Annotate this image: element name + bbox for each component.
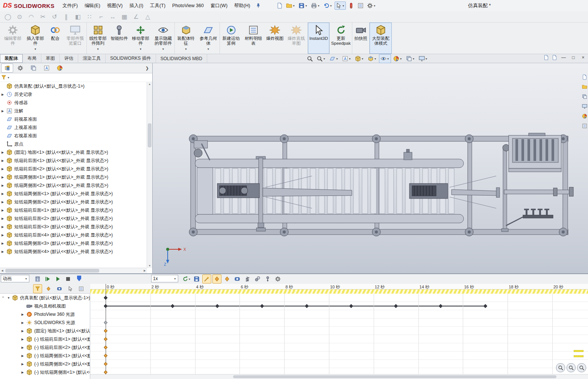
expand-caret-icon[interactable]: ▶ [21,329,26,333]
tab-displaymanager[interactable] [54,64,66,73]
zoom-fit-button[interactable] [305,54,314,63]
timeline-keyframe[interactable] [104,346,108,349]
menu-item[interactable]: PhotoView 360 [169,0,207,11]
motion-tree-item[interactable]: ▶ (固定) 地面<1> (默认<<默认>_外观 显示状态>) [0,327,90,335]
insert-components-button[interactable]: 插入零部件 ▼ [24,23,47,54]
tab-solidworks-addins[interactable]: SOLIDWORKS 插件 [106,54,156,63]
tree-item[interactable]: ▶ 历史记录 [0,90,147,99]
angle-dimension-icon[interactable]: ∠ [132,13,140,20]
large-assembly-mode-button[interactable]: 大型装配体模式 [369,23,392,54]
timeline-keyframe[interactable] [439,304,443,308]
tree-item[interactable]: ▶ (固定) 地面<1> (默认<<默认>_外观 显示状态>) [0,148,147,156]
tab-featuremanager[interactable] [1,64,13,73]
tree-item[interactable]: ▶ 短纸箱两侧面<3> (默认<<默认>_外观 显示状态>) [0,239,147,247]
playback-mode-button[interactable]: ▼ [182,274,191,283]
calculate-button[interactable] [33,274,42,283]
zoom-fit-button[interactable] [577,363,586,372]
menu-item[interactable]: 帮助(H) [231,0,253,11]
dropdown-arrow-icon[interactable]: ▼ [7,76,10,79]
menu-item[interactable]: 视图(V) [104,0,126,11]
expand-caret-icon[interactable]: ▶ [2,209,6,212]
play-button[interactable] [53,274,62,283]
linear-sketch-pattern-icon[interactable]: ∷ [85,13,94,20]
collapse-chevron-icon[interactable]: ^ [2,296,7,300]
tree-horizontal-scrollbar[interactable]: ◀ ▶ [0,268,147,273]
palette-icon[interactable] [582,104,587,109]
expand-caret-icon[interactable]: ▶ [21,371,26,374]
timeline-keyframe[interactable] [483,304,487,308]
minimize-window-button[interactable]: — [560,55,567,60]
motion-tree-item[interactable]: ^ ▼ 仿真装配 (默认<默认_显示状态-1>) [0,294,90,302]
command-list-button[interactable] [356,2,365,10]
move-component-button[interactable]: 移动零部件 ▼ [129,23,152,54]
tab-dimxpertmanager[interactable] [41,64,53,73]
play-from-start-button[interactable] [43,274,52,283]
properties-icon[interactable] [582,123,587,129]
zoom-in-button[interactable] [567,363,576,372]
expand-caret-icon[interactable]: ▶ [2,151,6,154]
timeline-keyframe[interactable] [104,304,108,308]
xpress-products-button[interactable] [347,2,355,10]
exploded-view-button[interactable]: 爆炸视图 [265,23,285,54]
expand-caret-icon[interactable]: ▶ [2,109,6,113]
save-animation-button[interactable] [192,274,201,283]
tab-layout[interactable]: 布局 [23,54,41,63]
tree-item[interactable]: ▶ 短纸箱两侧面<2> (默认<<默认>_外观 显示状态>) [0,198,147,206]
tree-item[interactable]: ▶ 短纸箱两侧面<1> (默认<<默认>_外观 显示状态>) [0,190,147,198]
motion-tree-item[interactable]: ▶ (-) 纸箱两侧面<1> (默认<<默认>_外观 显示状态>) [0,352,90,360]
offset-entities-icon[interactable]: ∥ [62,13,70,20]
panel-expand-chevron-icon[interactable]: ❯ [143,66,151,71]
feature-tree-root[interactable]: 仿真装配 (默认<默认_显示状态-1>) [0,82,147,90]
playhead-line[interactable] [106,284,106,294]
expand-caret-icon[interactable]: ▶ [2,167,6,171]
tree-item[interactable]: 前视基准面 [0,115,147,123]
expand-caret-icon[interactable]: ▶ [21,313,26,316]
menu-item[interactable]: 插入(I) [126,0,147,11]
expand-caret-icon[interactable]: ▶ [21,346,26,349]
tree-item[interactable]: ▶ 短纸箱前后面<2> (默认<<默认>_外观 显示状态>) [0,214,147,223]
playback-speed-select[interactable]: 1x ▼ [151,275,178,282]
smart-dimension-icon[interactable]: ↔ [109,14,117,20]
mirror-entities-icon[interactable]: ◧ [74,13,82,20]
motion-tree-item[interactable]: ▶ SOLIDWORKS 光源 [0,318,90,327]
tree-item[interactable]: 传感器 [0,99,147,107]
timeline-keyframe[interactable] [171,304,174,308]
timeline-track-area[interactable] [90,294,588,374]
new-motion-study-button[interactable]: 新建运动算例 [220,23,242,54]
expand-caret-icon[interactable]: ▶ [2,217,6,220]
expand-caret-icon[interactable]: ▶ [2,225,6,229]
filter-driving-button[interactable] [55,284,64,293]
timeline-keyframe[interactable] [104,329,108,333]
menu-item[interactable]: 编辑(E) [81,0,104,11]
scrollbar-thumb[interactable] [148,123,152,147]
motion-settings-button[interactable] [273,274,282,283]
cascade-window-icon[interactable] [544,55,549,60]
tab-render-tools[interactable]: 渲染工具 [78,54,106,63]
motion-tree-item[interactable]: ▶ (-) 纸箱前后面<2> (默认<<默认>_外观 显示状态>) [0,343,90,352]
autokey-button[interactable] [212,274,221,283]
open-document-button[interactable]: ▼ [285,2,296,10]
timeline-keyframe[interactable] [215,304,219,308]
convert-entities-icon[interactable]: ↺ [50,13,59,20]
show-hidden-components-button[interactable]: 显示隐藏的零部件 ▼ [152,23,174,54]
tree-item[interactable]: ▶ 短纸箱前后面<3> (默认<<默认>_外观 显示状态>) [0,223,147,231]
timeline-keyframe[interactable] [104,354,108,358]
resources-icon[interactable] [582,74,587,80]
expand-caret-icon[interactable]: ▶ [2,176,6,179]
expand-caret-icon[interactable]: ▶ [21,321,26,324]
perimeter-circle-tool-icon[interactable]: ⊙ [15,13,24,20]
contact-button[interactable] [253,274,262,283]
expand-caret-icon[interactable]: ▶ [2,233,6,237]
expand-caret-icon[interactable]: ▶ [21,362,26,366]
section-view-button[interactable]: ▼ [328,54,340,63]
timeline-ruler[interactable]: 0 秒2 秒4 秒6 秒8 秒10 秒12 秒14 秒16 秒18 秒20 秒 [90,284,588,294]
timeline-horizontal-scrollbar[interactable] [90,374,588,379]
select-button[interactable]: ▼ [335,2,346,10]
tree-item[interactable]: ▶ 短纸箱两侧面<4> (默认<<默认>_外观 显示状态>) [0,247,147,256]
tree-item[interactable]: 右视基准面 [0,132,147,140]
circle-tool-icon[interactable]: ◯ [4,13,12,20]
new-window-icon[interactable] [552,55,557,60]
expand-caret-icon[interactable]: ▼ [7,296,12,300]
funnel-icon[interactable] [1,75,6,80]
zoom-area-button[interactable]: ▼ [315,54,327,63]
